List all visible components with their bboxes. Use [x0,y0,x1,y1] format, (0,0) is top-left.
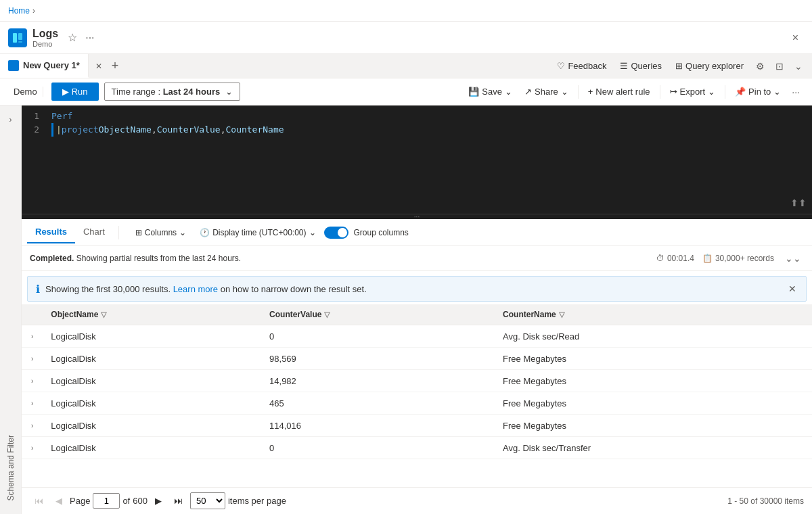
table-row[interactable]: › LogicalDisk 14,982 Free Megabytes [22,370,812,392]
query-explorer-button[interactable]: ⊞ Query explorer [670,58,749,74]
cell-object-name: LogicalDisk [43,325,261,348]
total-pages: 600 [133,496,148,506]
columns-button[interactable]: ⊞ Columns ⌄ [130,225,191,240]
results-tabs: Results Chart ⊞ Columns ⌄ 🕐 Display time… [22,219,812,246]
first-page-button[interactable]: ⏮ [30,492,48,509]
tab-bar: New Query 1* ✕ + ♡ Feedback ☰ Queries ⊞ … [0,54,812,78]
col-header-object-name: ObjectName [51,310,98,319]
code-editor: 1 2 Perf | project ObjectName , CounterV… [22,106,812,214]
table-row[interactable]: › LogicalDisk 114,016 Free Megabytes [22,415,812,437]
app-title: Logs [32,28,58,40]
prev-page-button[interactable]: ◀ [51,492,67,509]
feedback-button[interactable]: ♡ Feedback [551,58,612,74]
page-label: Page [70,496,90,506]
share-icon: ↗ [524,87,532,97]
new-tab-button[interactable]: + [104,54,127,78]
settings-button[interactable]: ⚙ [752,58,769,74]
share-button[interactable]: ↗ Share ⌄ [519,83,574,100]
side-panel-toggle[interactable]: › [5,111,16,128]
last-page-button[interactable]: ⏭ [169,492,187,509]
export-label: Export [680,87,706,97]
chevron-down-button[interactable]: ⌄ [790,58,807,74]
save-icon: 💾 [468,87,479,97]
items-per-page-select[interactable]: 50100200 [190,492,225,509]
filter-counter-name-icon[interactable]: ▽ [559,310,564,319]
col-header-counter-value: CounterValue [269,310,321,319]
cell-counter-name: Avg. Disk sec/Transfer [495,437,812,459]
row-expand-button[interactable]: › [30,354,35,364]
page-input[interactable] [93,493,120,509]
pin-icon: 📌 [735,87,746,97]
row-expand-button[interactable]: › [30,376,35,386]
side-panel: › Schema and Filter [0,106,22,514]
row-expand-button[interactable]: › [30,331,35,342]
tab-close-button[interactable]: ✕ [94,54,104,78]
more-options-button[interactable]: ··· [81,29,98,47]
tab-results[interactable]: Results [27,221,75,243]
info-banner-suffix: on how to narrow down the result set. [221,284,367,294]
cell-object-name: LogicalDisk [43,392,261,415]
cell-counter-value: 98,569 [261,348,495,370]
filter-counter-value-icon[interactable]: ▽ [324,310,330,319]
export-button[interactable]: ↦ Export ⌄ [664,83,721,100]
table-row[interactable]: › LogicalDisk 98,569 Free Megabytes [22,348,812,370]
code-content[interactable]: Perf | project ObjectName , CounterValue… [46,106,812,214]
keyword-perf: Perf [51,110,72,123]
toolbar-separator [578,85,579,99]
tab-icon [8,60,19,71]
chevron-down-icon: ⌄ [225,87,233,97]
learn-more-link[interactable]: Learn more [173,284,218,294]
favorite-button[interactable]: ☆ [64,28,81,47]
collapse-editor-button[interactable]: ⬆⬆ [790,197,807,208]
field-object: ObjectName [99,123,152,137]
table-row[interactable]: › LogicalDisk 465 Free Megabytes [22,392,812,415]
run-button[interactable]: ▶ Run [51,83,99,101]
toolbar-right: 💾 Save ⌄ ↗ Share ⌄ + New alert rule ↦ Ex… [463,83,804,101]
new-alert-button[interactable]: + New alert rule [583,83,656,100]
app-logo [8,28,27,47]
time-range-text: Time range : Last 24 hours [112,87,221,97]
table-row[interactable]: › LogicalDisk 0 Avg. Disk sec/Transfer [22,437,812,459]
keyword-project: project [62,123,99,137]
group-columns-toggle[interactable] [324,227,348,239]
th-expand [22,304,43,325]
info-banner: ℹ Showing the first 30,000 results. Lear… [27,276,807,302]
expand-results-button[interactable]: ⌄⌄ [782,252,804,265]
cell-object-name: LogicalDisk [43,415,261,437]
records-badge: 📋 30,000+ records [702,254,774,263]
resize-handle[interactable]: ··· [22,214,812,219]
info-text: Showing the first 30,000 results. Learn … [45,284,367,294]
app-header: Logs Demo ☆ ··· × [0,22,812,54]
display-time-button[interactable]: 🕐 Display time (UTC+00:00) ⌄ [194,225,321,240]
row-expand-button[interactable]: › [30,421,35,431]
results-table-wrapper[interactable]: ObjectName ▽ CounterValue ▽ [22,304,812,487]
queries-button[interactable]: ☰ Queries [614,58,667,74]
more-toolbar-button[interactable]: ··· [788,83,804,101]
row-expand-button[interactable]: › [30,443,35,453]
save-button[interactable]: 💾 Save ⌄ [463,83,518,100]
cell-counter-name: Avg. Disk sec/Read [495,325,812,348]
toolbar-separator-2 [660,85,660,99]
tab-chart[interactable]: Chart [75,221,113,243]
pin-to-button[interactable]: 📌 Pin to ⌄ [729,83,786,100]
table-body: › LogicalDisk 0 Avg. Disk sec/Read › Log… [22,325,812,459]
explorer-icon: ⊞ [675,61,683,71]
time-range-button[interactable]: Time range : Last 24 hours ⌄ [104,83,241,101]
th-object-name: ObjectName ▽ [43,304,261,325]
comma-1: , [152,123,157,137]
tab-divider [118,226,119,239]
tab-new-query-1[interactable]: New Query 1* [0,54,89,78]
info-close-button[interactable]: ✕ [787,282,798,296]
records-count: 30,000+ records [715,254,774,263]
page-of-label: of [122,496,130,506]
next-page-button[interactable]: ▶ [150,492,166,509]
row-expand-button[interactable]: › [30,398,35,408]
close-button[interactable]: × [787,29,804,47]
breadcrumb-home[interactable]: Home [8,6,30,16]
app-subtitle: Demo [32,40,58,48]
filter-object-name-icon[interactable]: ▽ [101,310,106,319]
field-counter-value: CounterValue [157,123,221,137]
cell-counter-value: 0 [261,437,495,459]
table-row[interactable]: › LogicalDisk 0 Avg. Disk sec/Read [22,325,812,348]
view-toggle-button[interactable]: ⊡ [771,58,788,74]
